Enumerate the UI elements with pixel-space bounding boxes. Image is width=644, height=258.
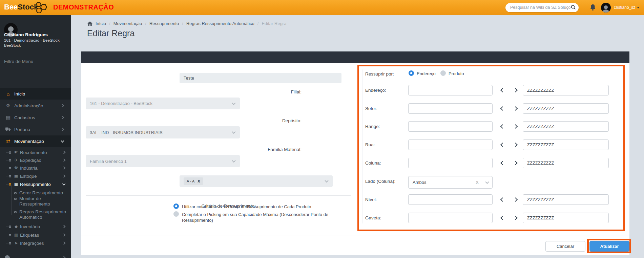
chevron-right-button[interactable] <box>512 194 519 205</box>
filial-select[interactable]: 161 - Demonstração - BeeStock <box>86 98 240 109</box>
home-icon[interactable] <box>87 21 92 26</box>
chevron-right-button[interactable] <box>512 158 519 168</box>
sidebar-item-label: Administração <box>14 103 43 108</box>
page-title: Editar Regra <box>87 28 134 38</box>
curva-select[interactable]: A - A X <box>180 175 333 187</box>
breadcrumb-movimentacao[interactable]: Movimentação <box>113 21 142 26</box>
truck-icon <box>5 127 12 132</box>
sidebar-item-movimentacao[interactable]: ⇄ Movimentação <box>0 135 71 147</box>
chevron-down-icon <box>232 130 235 134</box>
tree-bullet-active <box>9 183 11 186</box>
familia-select[interactable]: Familia Genérico 1 <box>86 155 240 167</box>
nivel-to-input[interactable] <box>523 194 609 205</box>
chevron-left-button[interactable] <box>499 103 506 114</box>
breadcrumb-ressuprimento[interactable]: Ressuprimento <box>149 21 179 26</box>
divider <box>86 195 351 196</box>
cancel-button[interactable]: Cancelar <box>545 241 585 252</box>
criterio-radio-picking[interactable] <box>173 211 179 217</box>
range-to-input[interactable] <box>523 121 609 132</box>
chevron-left-button[interactable] <box>499 139 506 150</box>
search-icon[interactable] <box>571 5 576 10</box>
sidebar-item-administracao[interactable]: ⚙ Administração <box>0 100 71 111</box>
chevron-left-button[interactable] <box>499 121 506 132</box>
chevron-right-button[interactable] <box>512 139 519 150</box>
endereco-from-input[interactable] <box>408 85 493 95</box>
coluna-from-input[interactable] <box>408 158 493 168</box>
rua-to-input[interactable] <box>523 139 609 150</box>
sidebar-item-etiquetas[interactable]: ▥ Etiquetas <box>0 231 71 239</box>
chevron-down-icon <box>325 179 328 182</box>
chevron-down-icon <box>232 101 235 105</box>
main-content: Início / Movimentação / Ressuprimento / … <box>71 15 644 258</box>
wiki-search <box>505 3 579 12</box>
setor-from-input[interactable] <box>408 103 493 114</box>
bell-icon[interactable] <box>589 4 596 11</box>
info-icon <box>5 255 10 258</box>
wiki-search-input[interactable] <box>510 3 570 12</box>
rua-from-input[interactable] <box>408 139 493 150</box>
tree-bullet <box>14 198 17 200</box>
chevron-right-button[interactable] <box>512 103 519 114</box>
chip-remove-icon[interactable]: X <box>198 179 200 183</box>
sidebar-item-partial[interactable] <box>0 254 71 258</box>
endereco-to-input[interactable] <box>523 85 609 95</box>
sidebar-item-integracoes[interactable]: ➤ Integrações <box>0 239 71 247</box>
sidebar-item-recebimento[interactable]: ☛ Recebimento <box>0 149 71 156</box>
sidebar-item-inventario[interactable]: ◆ Inventário <box>0 223 71 230</box>
chevron-right-button[interactable] <box>512 213 519 223</box>
breadcrumb-inicio[interactable]: Início <box>96 21 106 26</box>
sidebar-item-label: Portaria <box>14 127 30 132</box>
clear-icon[interactable]: X <box>476 180 479 185</box>
topbar: BeeStock DEMONSTRAÇÃO cristiano_sz <box>0 0 644 15</box>
lado-coluna-value: Ambos <box>413 180 426 185</box>
user-menu[interactable]: cristiano_sz <box>614 5 640 10</box>
ressuprir-radio-produto[interactable] <box>440 70 446 76</box>
chevron-right-icon <box>61 104 64 107</box>
gaveta-from-input[interactable] <box>408 213 493 223</box>
tree-bullet <box>9 225 11 228</box>
chevron-right-button[interactable] <box>512 85 519 95</box>
sidebar-item-monitor-de-ressuprimento[interactable]: Monitor de Ressuprimento <box>0 196 71 208</box>
grid-icon: ▦ <box>13 174 19 178</box>
lado-coluna-select[interactable]: Ambos X <box>408 176 493 189</box>
sidebar-item-regras-ressuprimento-automatico[interactable]: Regras Ressuprimento Automático <box>0 209 71 221</box>
filial-label: Filial: <box>200 89 302 94</box>
sidebar-item-inicio[interactable]: ⌂ Início <box>0 88 71 100</box>
chevron-right-button[interactable] <box>512 121 519 132</box>
codigo-input[interactable] <box>180 73 341 83</box>
setor-to-input[interactable] <box>523 103 609 114</box>
chevron-right-icon <box>61 128 64 131</box>
criterio-radio-ponto[interactable] <box>173 203 179 209</box>
sidebar-item-estoque[interactable]: ▦ Estoque <box>0 172 71 180</box>
chevron-right-icon <box>62 256 66 258</box>
sidebar-item-industria[interactable]: ⚒ Indústria <box>0 164 71 172</box>
chevron-left-button[interactable] <box>499 158 506 168</box>
menu-filter-input[interactable] <box>4 58 61 67</box>
sidebar-item-ressuprimento[interactable]: ▦ Ressuprimento <box>0 180 71 188</box>
tree-bullet <box>9 234 11 236</box>
honeycomb-logo-icon <box>34 1 48 14</box>
range-from-input[interactable] <box>408 121 493 132</box>
sidebar-item-label: Movimentação <box>14 139 44 144</box>
field-label: Rua: <box>365 142 375 147</box>
deposito-value: 3AL - IND - INSUMOS INDUSTRIAIS <box>90 130 163 135</box>
sidebar-item-portaria[interactable]: Portaria <box>0 124 71 135</box>
chevron-left-button[interactable] <box>499 213 506 223</box>
ressuprir-radio-endereco[interactable] <box>409 70 414 76</box>
chevron-left-button[interactable] <box>499 194 506 205</box>
chevron-left-button[interactable] <box>499 85 506 95</box>
sidebar-item-label: Início <box>14 91 25 96</box>
breadcrumb-regras[interactable]: Regras Ressuprimento Automático <box>186 21 254 26</box>
beestock-logo[interactable]: BeeStock <box>4 3 38 12</box>
coluna-to-input[interactable] <box>523 158 609 168</box>
sidebar-item-gerar-ressuprimento[interactable]: Gerar Ressuprimento <box>0 189 71 197</box>
user-avatar[interactable] <box>601 3 611 13</box>
deposito-select[interactable]: 3AL - IND - INSUMOS INDUSTRIAIS <box>86 126 240 138</box>
tree-bullet <box>9 175 11 177</box>
nivel-from-input[interactable] <box>408 194 493 205</box>
update-button[interactable]: Atualizar <box>589 241 629 252</box>
tree-bullet <box>9 242 11 244</box>
gaveta-to-input[interactable] <box>523 213 609 223</box>
sidebar-item-cadastros[interactable]: ▤ Cadastros <box>0 112 71 123</box>
sidebar-item-expedicao[interactable]: ✈ Expedição <box>0 156 71 164</box>
